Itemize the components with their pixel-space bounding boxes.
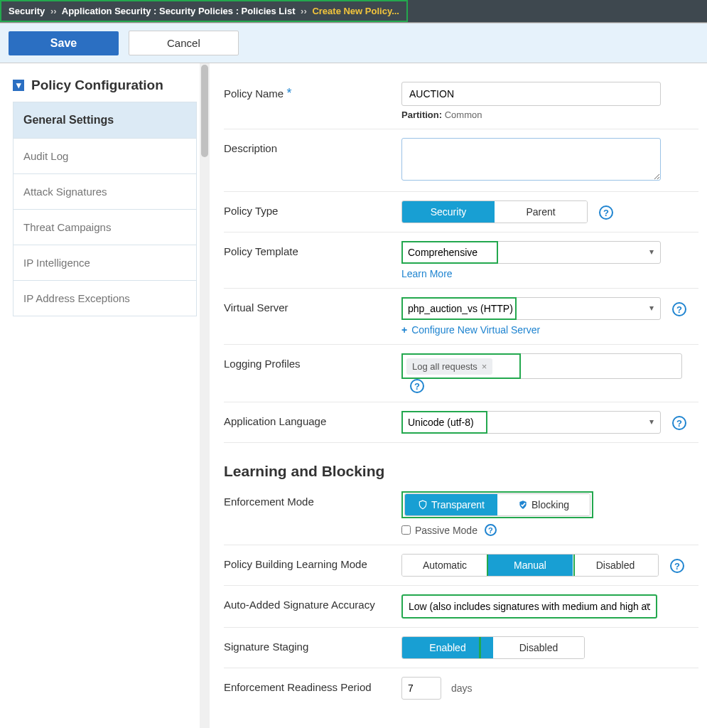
- collapse-icon[interactable]: ▾: [13, 80, 24, 91]
- sidebar: ▾ Policy Configuration General Settings …: [0, 63, 200, 316]
- help-icon[interactable]: ?: [672, 416, 686, 430]
- learning-mode-toggle: Automatic Manual Disabled: [401, 554, 659, 577]
- toolbar: Save Cancel: [0, 23, 707, 63]
- staging-enabled[interactable]: Enabled: [402, 637, 493, 658]
- sidebar-item-general-settings[interactable]: General Settings: [14, 102, 196, 139]
- virtual-server-select[interactable]: php_auction_vs (HTTP): [401, 297, 661, 320]
- policy-type-parent[interactable]: Parent: [495, 201, 587, 223]
- policy-name-input[interactable]: [401, 82, 661, 106]
- passive-mode-checkbox[interactable]: [401, 525, 411, 535]
- policy-type-toggle: Security Parent: [401, 200, 588, 223]
- save-button[interactable]: Save: [9, 31, 119, 55]
- scrollbar-thumb[interactable]: [201, 65, 208, 157]
- help-icon[interactable]: ?: [485, 524, 497, 536]
- logging-profiles-input[interactable]: Log all requests ×: [401, 353, 682, 379]
- enforcement-blocking[interactable]: Blocking: [497, 494, 590, 515]
- label-learning-mode: Policy Building Learning Mode: [224, 554, 401, 570]
- breadcrumb-root[interactable]: Security: [9, 6, 45, 16]
- application-language-select[interactable]: Unicode (utf-8): [401, 411, 661, 434]
- sidebar-item-ip-address-exceptions[interactable]: IP Address Exceptions: [14, 281, 196, 316]
- section-learning-heading: Learning and Blocking: [224, 463, 698, 480]
- policy-type-security[interactable]: Security: [402, 201, 495, 223]
- signature-accuracy-select[interactable]: Low (also includes signatures with mediu…: [401, 594, 657, 619]
- sidebar-item-threat-campaigns[interactable]: Threat Campaigns: [14, 210, 196, 245]
- remove-tag-icon[interactable]: ×: [482, 361, 487, 372]
- label-enforcement-mode: Enforcement Mode: [224, 491, 401, 508]
- label-signature-accuracy: Auto-Added Signature Accuracy: [224, 594, 401, 611]
- cancel-button[interactable]: Cancel: [129, 31, 239, 55]
- passive-mode-label: Passive Mode: [415, 525, 477, 536]
- label-policy-type: Policy Type: [224, 200, 401, 217]
- label-logging-profiles: Logging Profiles: [224, 353, 401, 370]
- help-icon[interactable]: ?: [410, 379, 424, 393]
- sidebar-item-ip-intelligence[interactable]: IP Intelligence: [14, 245, 196, 281]
- staging-disabled[interactable]: Disabled: [493, 637, 584, 658]
- description-textarea[interactable]: [401, 138, 661, 181]
- help-icon[interactable]: ?: [672, 302, 686, 316]
- enforcement-mode-toggle: Transparent Blocking: [404, 493, 590, 516]
- label-description: Description: [224, 138, 401, 154]
- scrollbar-track[interactable]: [200, 63, 210, 728]
- label-policy-template: Policy Template: [224, 241, 401, 257]
- label-application-language: Application Language: [224, 411, 401, 427]
- learning-disabled[interactable]: Disabled: [573, 555, 658, 576]
- label-virtual-server: Virtual Server: [224, 297, 401, 314]
- breadcrumb-current: Create New Policy...: [312, 6, 399, 16]
- readiness-period-input[interactable]: [401, 677, 441, 700]
- shield-check-icon: [518, 500, 528, 510]
- shield-icon: [418, 500, 428, 510]
- learn-more-link[interactable]: Learn More: [401, 268, 453, 279]
- help-icon[interactable]: ?: [670, 559, 684, 573]
- label-signature-staging: Signature Staging: [224, 636, 401, 653]
- learning-automatic[interactable]: Automatic: [402, 555, 487, 576]
- configure-virtual-server-link[interactable]: Configure New Virtual Server: [401, 324, 540, 336]
- partition-label: Partition: Common: [401, 109, 698, 120]
- signature-staging-toggle: Enabled Disabled: [401, 636, 585, 659]
- sidebar-item-attack-signatures[interactable]: Attack Signatures: [14, 174, 196, 210]
- policy-template-select[interactable]: Comprehensive: [401, 241, 661, 264]
- sidebar-item-audit-log[interactable]: Audit Log: [14, 139, 196, 174]
- readiness-unit: days: [451, 682, 473, 694]
- enforcement-transparent[interactable]: Transparent: [405, 494, 497, 515]
- help-icon[interactable]: ?: [599, 205, 613, 220]
- logging-profile-tag: Log all requests ×: [406, 358, 492, 375]
- label-readiness-period: Enforcement Readiness Period: [224, 677, 401, 693]
- sidebar-title: ▾ Policy Configuration: [13, 77, 200, 93]
- sidebar-nav: General Settings Audit Log Attack Signat…: [13, 102, 197, 316]
- breadcrumb: Security ›› Application Security : Secur…: [0, 0, 408, 22]
- label-policy-name: Policy Name *: [224, 82, 401, 101]
- breadcrumb-path[interactable]: Application Security : Security Policies…: [62, 6, 296, 16]
- learning-manual[interactable]: Manual: [487, 555, 573, 576]
- content: Policy Name * Partition: Common Descript…: [210, 63, 707, 728]
